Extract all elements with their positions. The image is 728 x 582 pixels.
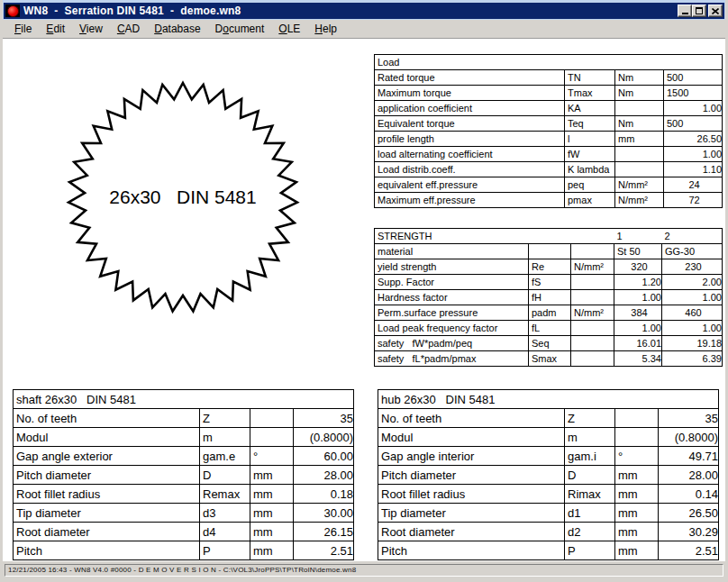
table-row: Supp. FactorfS1.202.00 [375,275,723,290]
menu-ole[interactable]: OLE [271,21,307,38]
menu-help[interactable]: Help [307,21,344,38]
table-title: hub 26x30 DIN 5481 [378,390,719,409]
row-value: 72 [664,193,723,208]
row-symbol: Smax [529,351,571,367]
row-unit [615,162,664,177]
hub-table: hub 26x30 DIN 5481No. of teethZ35Modulm(… [378,389,719,560]
row-unit [250,428,294,447]
table-row: Equivalent torqueTeqNm500 [375,116,723,132]
row-unit [571,321,614,336]
gear-label: 26x30 DIN 5481 [109,186,256,207]
app-icon [5,5,20,17]
row-label: Hardness factor [375,290,529,305]
row-unit: ° [615,447,659,466]
row-unit: mm [250,485,294,504]
row-symbol: Tmax [565,86,615,101]
table-row: Perm.surface pressurepadmN/mm²384460 [375,305,723,321]
row-symbol: TN [565,70,615,86]
row-unit: Nm [615,116,664,132]
row-value: 1.00 [662,321,723,336]
row-symbol: D [565,466,615,485]
row-symbol: Z [565,409,615,428]
row-symbol: P [565,541,615,560]
row-value: 1.00 [662,290,723,305]
row-symbol: Teq [565,116,615,132]
table-row: No. of teethZ35 [378,409,719,428]
row-symbol: d4 [200,523,250,541]
minimize-icon [682,13,688,14]
table-row: Tip diameterd1mm26.50 [378,504,719,523]
load-table: LoadRated torqueTNNm500Maximum torqueTma… [374,54,723,208]
row-unit [250,409,294,428]
row-label: Perm.surface pressure [375,305,529,321]
close-button[interactable] [708,5,723,17]
minimize-button[interactable] [678,5,692,17]
row-symbol: fH [529,290,571,305]
menu-edit[interactable]: Edit [39,21,72,38]
row-unit: Nm [615,70,664,86]
maximize-button[interactable] [692,5,706,17]
row-value: 19.18 [662,336,723,351]
table-row: Tip diameterd3mm30.00 [14,504,354,523]
row-label: Root diameter [14,523,200,541]
row-label: Pitch diameter [14,466,200,485]
row-label: Load distrib.coeff. [375,162,565,177]
table-row: Gap angle exteriorgam.e°60.00 [14,447,354,466]
row-symbol: Seq [529,336,571,351]
table-row: Load distrib.coeff.K lambda1.10 [375,162,723,177]
row-unit: mm [615,523,659,541]
row-unit: N/mm² [571,305,614,321]
row-label: material [375,244,529,259]
table-title [529,229,571,244]
row-unit [615,428,659,447]
row-value: 1.00 [614,290,662,305]
row-unit: N/mm² [571,259,614,275]
menu-cad[interactable]: CAD [110,21,147,38]
row-symbol: peq [565,177,615,193]
menu-document[interactable]: Document [208,21,272,38]
serration-drawing: 26x30 DIN 5481 [34,50,332,348]
row-value: 5.34 [614,351,662,367]
row-unit [571,244,614,259]
menu-view[interactable]: View [72,21,110,38]
row-label: Modul [378,428,565,447]
row-value: 26.50 [659,504,719,523]
titlebar[interactable]: WN8 - Serration DIN 5481 - demoe.wn8 [4,3,724,19]
row-symbol: l [565,132,615,147]
table-row: PitchPmm2.51 [14,541,354,560]
row-value: 28.00 [294,466,354,485]
row-label: load alternating coefficient [375,147,565,162]
row-symbol: d1 [565,504,615,523]
row-value: 26.50 [664,132,723,147]
table-row: Gap angle interiorgam.i°49.71 [378,447,719,466]
row-value: (0.8000) [294,428,354,447]
row-label: Tip diameter [14,504,200,523]
row-value: 230 [662,259,723,275]
table-row: equivalent eff.pressurepeqN/mm²24 [375,177,723,193]
table-row: yield strengthReN/mm²320230 [375,259,723,275]
row-label: Pitch [14,541,200,560]
row-value: 320 [614,259,662,275]
row-value: 30.00 [294,504,354,523]
row-symbol: D [200,466,250,485]
table-row: load alternating coefficientfW1.00 [375,147,723,162]
table-row: Root diameterd4mm26.15 [14,523,354,541]
row-value: 2.51 [294,541,354,560]
row-label: Maximum torque [375,86,565,101]
table-row: Root diameterd2mm30.29 [378,523,719,541]
window-controls [678,5,723,17]
row-label: Gap angle exterior [14,447,200,466]
strength-table: STRENGTH12materialSt 50GG-30yield streng… [374,228,723,367]
row-label: equivalent eff.pressure [375,177,565,193]
menu-file[interactable]: File [7,21,39,38]
menu-database[interactable]: Database [147,21,207,38]
row-unit [571,290,614,305]
row-symbol: d2 [565,523,615,541]
row-label: Supp. Factor [375,275,529,290]
row-value: 1.00 [664,101,723,116]
row-value: 500 [664,70,723,86]
row-value: (0.8000) [659,428,719,447]
table-row: profile lengthlmm26.50 [375,132,723,147]
table-row: Rated torqueTNNm500 [375,70,723,86]
table-row: Root fillet radiusRemaxmm0.18 [14,485,354,504]
